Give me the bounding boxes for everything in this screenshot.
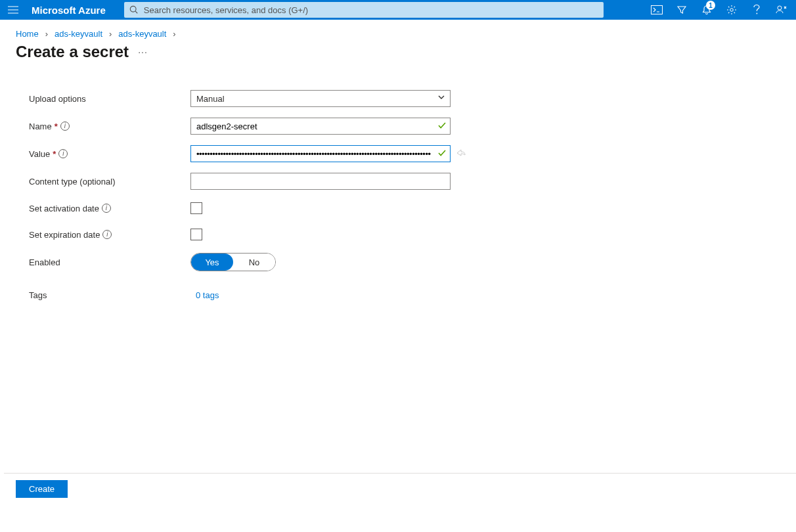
tags-link[interactable]: 0 tags (190, 290, 219, 300)
name-label: Name (29, 122, 52, 131)
page-title: Create a secret (16, 43, 129, 61)
required-indicator: * (55, 122, 58, 131)
enabled-label: Enabled (29, 257, 190, 267)
expiration-label: Set expiration date (29, 230, 100, 240)
chevron-right-icon: › (171, 29, 177, 39)
svg-point-4 (757, 13, 758, 14)
svg-rect-2 (652, 6, 663, 14)
svg-point-3 (730, 9, 734, 12)
create-button[interactable]: Create (16, 480, 68, 498)
tags-label: Tags (29, 290, 190, 300)
notifications-icon[interactable]: 1 (696, 1, 717, 19)
expiration-checkbox[interactable] (190, 229, 202, 240)
enabled-toggle[interactable]: Yes No (190, 253, 276, 271)
activation-checkbox[interactable] (190, 202, 202, 214)
enabled-no[interactable]: No (233, 254, 275, 271)
info-icon[interactable]: i (102, 230, 112, 239)
svg-point-5 (778, 6, 782, 10)
cloud-shell-icon[interactable] (646, 1, 667, 19)
info-icon[interactable]: i (58, 149, 68, 158)
chevron-right-icon: › (108, 29, 113, 39)
upload-options-select[interactable]: Manual (190, 90, 451, 107)
required-indicator: * (53, 149, 56, 159)
breadcrumb: Home › ads-keyvault › ads-keyvault › (0, 20, 796, 43)
breadcrumb-home[interactable]: Home (16, 29, 39, 39)
chevron-right-icon: › (44, 29, 49, 39)
value-input[interactable] (190, 145, 451, 162)
svg-point-0 (130, 6, 136, 12)
content-type-label: Content type (optional) (29, 177, 190, 187)
directory-filter-icon[interactable] (671, 1, 692, 19)
svg-line-1 (135, 11, 137, 13)
activation-label: Set activation date (29, 204, 99, 213)
menu-hamburger-icon[interactable] (4, 1, 22, 19)
more-actions-button[interactable]: ··· (138, 47, 148, 57)
upload-options-value: Manual (196, 94, 225, 104)
tag-callout-icon (456, 148, 466, 158)
upload-options-label: Upload options (29, 94, 190, 104)
search-input[interactable] (143, 5, 598, 16)
content-type-input[interactable] (190, 173, 451, 190)
search-icon (129, 5, 139, 14)
feedback-icon[interactable] (771, 1, 792, 19)
brand-label: Microsoft Azure (22, 5, 124, 16)
search-box[interactable] (124, 2, 604, 18)
enabled-yes[interactable]: Yes (191, 254, 233, 271)
info-icon[interactable]: i (102, 204, 111, 213)
notification-badge: 1 (706, 1, 715, 10)
info-icon[interactable]: i (60, 122, 70, 131)
help-icon[interactable] (746, 1, 767, 19)
breadcrumb-item-1[interactable]: ads-keyvault (55, 29, 102, 39)
value-label: Value (29, 149, 50, 159)
name-input[interactable] (190, 118, 451, 135)
settings-gear-icon[interactable] (721, 1, 742, 19)
breadcrumb-item-2[interactable]: ads-keyvault (118, 29, 166, 39)
